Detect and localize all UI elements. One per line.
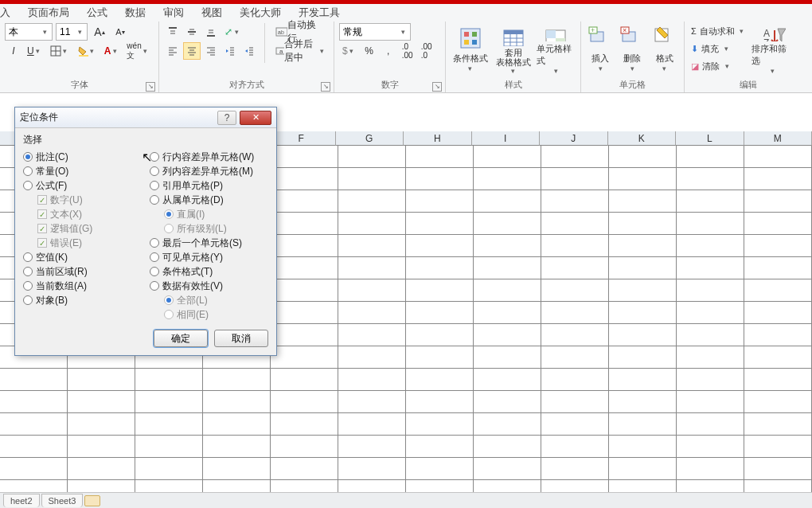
increase-decimal-button[interactable]: .0.00	[399, 42, 416, 60]
cell[interactable]	[406, 436, 474, 458]
cell[interactable]	[0, 413, 68, 436]
cell[interactable]	[474, 391, 541, 413]
cell[interactable]	[338, 391, 406, 413]
dialog-option[interactable]: 条件格式(T)	[150, 264, 268, 279]
currency-button[interactable]: $▾	[339, 42, 359, 60]
cell[interactable]	[744, 458, 812, 480]
dialog-option[interactable]: 批注(C)	[23, 150, 142, 164]
cell[interactable]	[474, 257, 541, 279]
cell[interactable]	[474, 302, 541, 324]
cell[interactable]	[541, 413, 609, 436]
menu-tab[interactable]: 审阅	[163, 6, 184, 20]
menu-tab[interactable]: 入	[0, 6, 10, 20]
cell[interactable]	[609, 458, 677, 480]
sheet-tab[interactable]: heet2	[3, 494, 40, 507]
cell[interactable]	[338, 213, 406, 235]
cell[interactable]	[271, 213, 338, 235]
align-center-button[interactable]	[183, 42, 201, 60]
cell[interactable]	[609, 213, 677, 235]
conditional-format-button[interactable]: 条件格式▾	[451, 23, 490, 76]
cell[interactable]	[744, 146, 812, 168]
decrease-indent-button[interactable]	[221, 42, 239, 60]
cell[interactable]	[406, 324, 474, 346]
cell[interactable]	[135, 369, 203, 391]
cell[interactable]	[406, 235, 474, 257]
radio[interactable]	[150, 238, 159, 248]
cell[interactable]	[338, 190, 406, 213]
dialog-option[interactable]: 从属单元格(D)	[150, 193, 268, 207]
cell[interactable]	[474, 168, 541, 190]
cell[interactable]	[406, 213, 474, 235]
cell[interactable]	[541, 324, 609, 346]
cell[interactable]	[609, 257, 677, 279]
dialog-option[interactable]: 当前数组(A)	[23, 279, 142, 293]
cell[interactable]	[271, 302, 338, 324]
insert-button[interactable]: + 插入▾	[586, 23, 615, 76]
cell[interactable]	[677, 235, 744, 257]
cell[interactable]	[338, 302, 406, 324]
cell[interactable]	[677, 279, 744, 302]
radio[interactable]	[150, 281, 159, 291]
radio[interactable]	[23, 281, 33, 291]
dialog-option[interactable]: 空值(K)	[23, 250, 142, 264]
cell[interactable]	[338, 413, 406, 436]
cell[interactable]	[135, 413, 203, 436]
cell[interactable]	[135, 458, 203, 480]
cell[interactable]	[541, 458, 609, 480]
cell[interactable]	[0, 436, 68, 458]
cell[interactable]	[474, 458, 541, 480]
cell[interactable]	[406, 369, 474, 391]
align-top-button[interactable]	[164, 23, 182, 41]
cell[interactable]	[406, 168, 474, 190]
cell[interactable]	[271, 413, 338, 436]
cell[interactable]	[541, 279, 609, 302]
align-bottom-button[interactable]	[202, 23, 220, 41]
cell[interactable]	[271, 190, 338, 213]
cell[interactable]	[609, 369, 677, 391]
fill-color-button[interactable]: ▾	[74, 42, 100, 60]
new-sheet-button[interactable]	[84, 495, 100, 506]
comma-button[interactable]: ,	[380, 42, 397, 60]
shrink-font-button[interactable]: A▾	[111, 23, 129, 41]
cell[interactable]	[68, 436, 135, 458]
cell[interactable]	[609, 146, 677, 168]
radio[interactable]	[23, 295, 33, 305]
autosum-button[interactable]: Σ自动求和▾	[689, 23, 748, 39]
dialog-option[interactable]: 列内容差异单元格(M)	[150, 164, 268, 178]
cell[interactable]	[338, 257, 406, 279]
cell[interactable]	[406, 391, 474, 413]
cell[interactable]	[68, 391, 135, 413]
radio[interactable]	[23, 152, 33, 162]
cell[interactable]	[677, 213, 744, 235]
cell[interactable]	[474, 369, 541, 391]
cell[interactable]	[271, 346, 338, 369]
menu-tab[interactable]: 数据	[125, 6, 146, 20]
radio[interactable]	[150, 252, 159, 262]
cell[interactable]	[406, 302, 474, 324]
cell[interactable]	[541, 436, 609, 458]
cell[interactable]	[677, 413, 744, 436]
radio[interactable]	[23, 267, 33, 276]
cell[interactable]	[271, 391, 338, 413]
cell[interactable]	[744, 190, 812, 213]
cell[interactable]	[135, 391, 203, 413]
font-size-combo[interactable]: 11▾	[56, 23, 88, 41]
cell[interactable]	[744, 346, 812, 369]
radio[interactable]	[23, 166, 33, 176]
cell[interactable]	[406, 257, 474, 279]
align-middle-button[interactable]	[183, 23, 201, 41]
radio[interactable]	[150, 152, 159, 162]
cell[interactable]	[474, 413, 541, 436]
radio[interactable]	[150, 195, 159, 205]
cell[interactable]	[541, 302, 609, 324]
dialog-launcher-icon[interactable]: ↘	[432, 82, 442, 92]
cell[interactable]	[541, 168, 609, 190]
cell[interactable]	[474, 324, 541, 346]
cell[interactable]	[68, 413, 135, 436]
cell[interactable]	[338, 279, 406, 302]
format-button[interactable]: 格式▾	[650, 23, 679, 76]
cell[interactable]	[541, 346, 609, 369]
align-right-button[interactable]	[202, 42, 220, 60]
cell[interactable]	[609, 235, 677, 257]
cell[interactable]	[744, 279, 812, 302]
